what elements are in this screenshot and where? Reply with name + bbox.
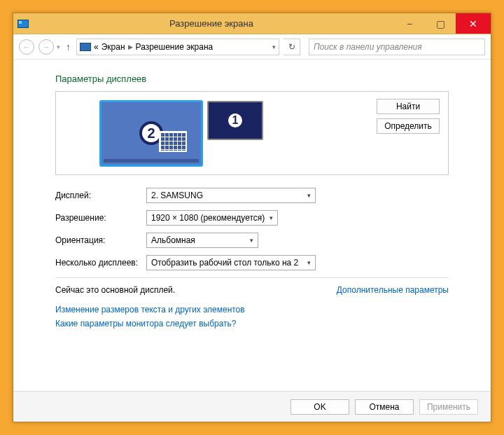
back-button[interactable]: ← (19, 39, 34, 55)
monitor-help-link[interactable]: Какие параметры монитора следует выбрать… (55, 319, 449, 329)
apply-button[interactable]: Применить (419, 399, 478, 415)
text-size-link[interactable]: Изменение размеров текста и других элеме… (55, 305, 449, 315)
ok-button[interactable]: OK (290, 399, 349, 415)
monitor-2[interactable]: 2 (99, 100, 203, 167)
up-button[interactable]: ↑ (66, 41, 71, 53)
breadcrumb-screen[interactable]: Экран (102, 42, 125, 52)
dialog-footer: OK Отмена Применить (13, 391, 491, 422)
chevron-down-icon: ▾ (270, 214, 273, 221)
search-placeholder: Поиск в панели управления (314, 42, 422, 52)
monitor-1-number: 1 (226, 111, 244, 130)
resolution-label: Разрешение: (55, 213, 146, 223)
search-input[interactable]: Поиск в панели управления (309, 39, 485, 55)
orientation-label: Ориентация: (55, 235, 146, 245)
refresh-button[interactable]: ↻ (284, 39, 300, 55)
window-title: Разрешение экрана (29, 13, 394, 34)
address-dropdown[interactable]: ▾ (272, 43, 276, 50)
taskbar-icon (104, 159, 199, 163)
divider (55, 277, 449, 278)
advanced-settings-link[interactable]: Дополнительные параметры (337, 285, 449, 295)
identify-button[interactable]: Определить (377, 118, 440, 134)
maximize-button[interactable]: ▢ (425, 13, 456, 34)
chevron-down-icon: ▾ (307, 192, 311, 199)
multi-display-select[interactable]: Отобразить рабочий стол только на 2 ▾ (146, 255, 316, 270)
display-select[interactable]: 2. SAMSUNG ▾ (146, 188, 316, 203)
main-display-status: Сейчас это основной дисплей. (55, 285, 175, 295)
titlebar: Разрешение экрана − ▢ ✕ (13, 13, 491, 34)
chevron-right-icon: ▶ (128, 43, 133, 50)
monitor-1[interactable]: 1 (207, 101, 263, 140)
display-arrangement: 2 1 Найти Определить (55, 91, 449, 175)
orientation-value: Альбомная (151, 235, 195, 245)
cancel-button[interactable]: Отмена (355, 399, 414, 415)
display-label: Дисплей: (55, 191, 146, 200)
minimize-button[interactable]: − (394, 13, 425, 34)
forward-button[interactable]: → (38, 39, 54, 55)
chevron-down-icon: ▾ (307, 259, 311, 266)
monitor-icon (80, 43, 91, 51)
grid-icon (159, 131, 187, 152)
breadcrumb-resolution[interactable]: Разрешение экрана (136, 42, 214, 52)
find-button[interactable]: Найти (377, 99, 440, 114)
chevron-down-icon: ▾ (250, 237, 253, 244)
close-button[interactable]: ✕ (456, 13, 491, 34)
resolution-value: 1920 × 1080 (рекомендуется) (151, 213, 265, 223)
nav-toolbar: ← → ▾ ↑ « Экран ▶ Разрешение экрана ▾ ↻ … (13, 34, 491, 60)
window-frame: Разрешение экрана − ▢ ✕ ← → ▾ ↑ « Экран … (13, 13, 491, 422)
display-value: 2. SAMSUNG (151, 191, 203, 200)
address-bar[interactable]: « Экран ▶ Разрешение экрана ▾ (76, 39, 279, 55)
resolution-select[interactable]: 1920 × 1080 (рекомендуется) ▾ (146, 210, 278, 226)
app-icon (18, 20, 29, 28)
content-area: Параметры дисплеев 2 1 Найти Определить … (13, 60, 491, 391)
multi-display-value: Отобразить рабочий стол только на 2 (151, 258, 298, 268)
breadcrumb-prefix: « (94, 42, 99, 52)
multi-display-label: Несколько дисплеев: (55, 258, 146, 268)
orientation-select[interactable]: Альбомная ▾ (146, 233, 258, 248)
page-heading: Параметры дисплеев (55, 74, 449, 84)
history-dropdown[interactable]: ▾ (57, 43, 60, 50)
